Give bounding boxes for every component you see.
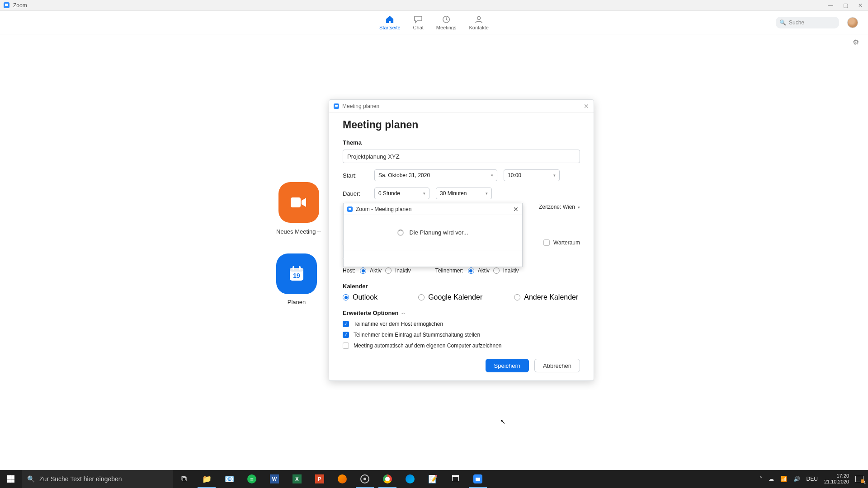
nav-contacts[interactable]: Kontakte [469, 15, 488, 30]
app-header: Startseite Chat Meetings Kontakte 🔍 Such… [0, 11, 868, 34]
settings-gear-icon[interactable]: ⚙ [853, 38, 859, 46]
waitroom-checkbox[interactable] [543, 239, 550, 246]
window-titlebar: Zoom — ▢ ✕ [0, 0, 868, 11]
notification-center-icon[interactable]: 1 [855, 476, 863, 482]
start-label: Start: [343, 172, 368, 179]
svg-point-1 [477, 16, 481, 19]
calendar-icon: 19 [287, 264, 306, 283]
search-icon: 🔍 [27, 475, 35, 483]
duration-minutes-select[interactable]: 30 Minuten▾ [436, 188, 492, 199]
minimize-button[interactable]: — [828, 3, 833, 8]
tray-wifi-icon[interactable]: 📶 [780, 476, 787, 482]
svg-rect-4 [290, 268, 303, 272]
svg-rect-5 [292, 266, 294, 270]
start-button[interactable] [0, 470, 22, 488]
calendar-outlook-radio[interactable] [343, 294, 349, 300]
nav-meetings[interactable]: Meetings [436, 15, 457, 30]
chevron-down-icon: ▾ [578, 205, 580, 210]
close-button[interactable]: ✕ [858, 3, 863, 8]
new-meeting-button[interactable]: Neues Meeting﹀ [276, 182, 321, 235]
avatar[interactable] [847, 17, 858, 28]
start-date-select[interactable]: Sa. Oktober 31, 2020▾ [374, 169, 497, 181]
dialog-titlebar: Meeting planen ✕ [329, 100, 594, 113]
tray-onedrive-icon[interactable]: ☁ [769, 476, 774, 482]
app-icon[interactable]: 🗔 [444, 470, 467, 488]
tray-volume-icon[interactable]: 🔊 [793, 476, 800, 482]
participant-label: Teilnehmer: [435, 267, 463, 274]
chevron-down-icon: ▾ [486, 191, 488, 196]
home-icon [385, 15, 395, 24]
powerpoint-icon[interactable]: P [308, 470, 331, 488]
taskbar-search[interactable]: 🔍 Zur Suche Text hier eingeben [22, 470, 173, 488]
maximize-button[interactable]: ▢ [843, 3, 848, 8]
start-time-select[interactable]: 10:00▾ [504, 169, 560, 181]
host-video-on-radio[interactable] [360, 267, 366, 274]
mute-on-entry-checkbox[interactable] [343, 332, 349, 338]
chevron-down-icon[interactable]: ﹀ [317, 230, 321, 235]
spotify-icon[interactable]: ≡ [241, 470, 263, 488]
host-video-off-radio[interactable] [385, 267, 392, 274]
cancel-button[interactable]: Abbrechen [534, 359, 580, 372]
firefox-icon[interactable] [331, 470, 354, 488]
excel-icon[interactable]: X [286, 470, 308, 488]
contacts-icon [474, 15, 484, 24]
notepad-icon[interactable]: 📝 [421, 470, 444, 488]
search-input[interactable]: 🔍 Suche [776, 17, 839, 28]
calendar-section-label: Kalender [343, 283, 580, 290]
participant-video-on-radio[interactable] [468, 267, 474, 274]
windows-taskbar: 🔍 Zur Suche Text hier eingeben ⧉ 📁 📧 ≡ W… [0, 470, 868, 488]
clock-icon [441, 15, 451, 24]
mail-icon[interactable]: 📧 [218, 470, 241, 488]
nav-chat[interactable]: Chat [413, 15, 424, 30]
svg-text:19: 19 [293, 272, 300, 279]
save-button[interactable]: Speichern [486, 359, 529, 372]
duration-hours-select[interactable]: 0 Stunde▾ [374, 188, 429, 199]
word-icon[interactable]: W [263, 470, 286, 488]
svg-rect-2 [291, 197, 301, 207]
zoom-icon [334, 103, 339, 109]
participant-video-off-radio[interactable] [493, 267, 500, 274]
dialog-heading: Meeting planen [343, 119, 580, 131]
duration-label: Dauer: [343, 190, 368, 197]
task-view-icon[interactable]: ⧉ [173, 470, 195, 488]
svg-rect-6 [299, 266, 301, 270]
calendar-google-radio[interactable] [418, 294, 425, 300]
tray-chevron-icon[interactable]: ˄ [760, 476, 762, 482]
timezone-select[interactable]: Zeitzone: Wien▾ [539, 204, 580, 210]
schedule-button[interactable]: 19 Planen [276, 253, 317, 305]
topic-input[interactable] [343, 150, 580, 163]
chevron-down-icon: ▾ [423, 191, 425, 196]
chevron-down-icon: ▾ [553, 173, 556, 178]
host-label: Host: [343, 267, 355, 274]
obs-icon[interactable] [354, 470, 376, 488]
join-before-host-checkbox[interactable] [343, 321, 349, 327]
auto-record-checkbox[interactable] [343, 343, 349, 349]
tray-language[interactable]: DEU [807, 476, 818, 482]
advanced-options-toggle[interactable]: Erweiterte Optionen ︿ [343, 310, 580, 316]
file-explorer-icon[interactable]: 📁 [195, 470, 218, 488]
chevron-down-icon: ▾ [491, 173, 493, 178]
theme-label: Thema [343, 139, 580, 146]
edge-icon[interactable] [399, 470, 421, 488]
search-icon: 🔍 [779, 19, 786, 26]
window-title: Zoom [13, 2, 27, 9]
progress-close-button[interactable]: ✕ [513, 206, 519, 213]
calendar-other-radio[interactable] [514, 294, 520, 300]
nav-home[interactable]: Startseite [379, 15, 400, 30]
video-icon [290, 196, 308, 209]
zoom-taskbar-icon[interactable] [467, 470, 489, 488]
chevron-up-icon: ︿ [401, 310, 406, 316]
chrome-icon[interactable] [376, 470, 399, 488]
spinner-icon [397, 230, 404, 236]
zoom-icon [4, 2, 9, 8]
mouse-cursor: ↖ [500, 418, 506, 426]
taskbar-clock[interactable]: 17:20 21.10.2020 [824, 473, 849, 485]
dialog-close-button[interactable]: ✕ [584, 103, 589, 110]
chat-icon [413, 15, 423, 24]
progress-dialog: Zoom - Meeting planen ✕ Die Planung wird… [343, 203, 523, 267]
zoom-icon [347, 206, 353, 212]
